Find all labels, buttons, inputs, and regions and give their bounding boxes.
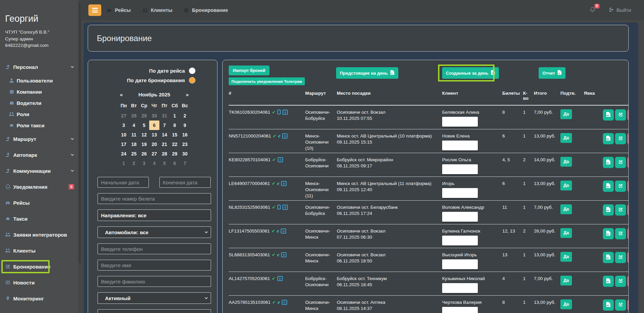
import-bookings-button[interactable]: Импорт броней [229,66,269,75]
sidebar-item-communications[interactable]: Коммуникации [0,163,78,179]
cars-select[interactable]: Автомобили: все [98,226,211,238]
client-phone-box[interactable] [442,212,478,222]
calendar-day[interactable]: 29 [139,111,149,121]
client-phone-box[interactable] [442,117,478,127]
delete-button[interactable] [627,133,629,144]
document-button[interactable]: w [603,252,614,263]
radio-booking-date[interactable] [189,77,195,84]
directions-select[interactable]: Направления: все [98,209,211,221]
calendar-day[interactable]: 30 [149,111,159,121]
calendar-day[interactable]: 5 [139,121,149,130]
confirmed-badge[interactable]: Да [560,228,572,238]
calendar-prev-button[interactable]: « [120,92,123,97]
payment-method-select[interactable]: Способ оплаты: Все [98,309,211,313]
delete-button[interactable] [627,299,629,311]
edit-button[interactable] [615,109,626,121]
scrollbar-thumb[interactable] [79,3,81,263]
calendar-day[interactable]: 3 [119,121,129,130]
calendar-day[interactable]: 1 [170,111,180,121]
confirmed-badge[interactable]: Да [560,204,572,214]
nav-item-clients[interactable]: Клиенты [142,7,172,13]
sidebar-item-roles[interactable]: Роли [0,109,78,120]
calendar-day[interactable]: 23 [180,140,190,149]
document-button[interactable]: w [603,109,614,121]
confirmed-badge[interactable]: Да [560,109,572,119]
calendar-day[interactable]: 6 [149,121,159,130]
calendar-day[interactable]: 19 [139,140,149,149]
calendar-day[interactable]: 20 [149,140,159,149]
calendar-day[interactable]: 29 [170,149,180,159]
sidebar-item-fleet[interactable]: Автопарк [0,147,78,163]
sidebar-item-personnel[interactable]: Персонал [0,59,78,75]
calendar-day[interactable]: 18 [129,140,139,149]
status-select[interactable]: Активный [98,292,211,304]
created-per-day-button[interactable]: Созданные за день x [442,67,499,79]
end-date-input[interactable] [159,177,211,188]
sidebar-item-route[interactable]: Маршрут [0,131,78,147]
calendar-day[interactable]: 3 [139,159,149,168]
delete-button[interactable] [627,252,629,263]
client-phone-box[interactable] [442,259,478,269]
delete-button[interactable] [627,204,629,216]
document-button[interactable]: w [603,181,614,192]
delete-button[interactable] [627,157,629,168]
delete-button[interactable] [627,109,629,121]
sidebar-item-users[interactable]: Пользователи [0,75,78,86]
confirmed-badge[interactable]: Да [560,252,572,262]
calendar-day[interactable]: 9 [180,121,190,130]
client-phone-box[interactable] [442,236,478,245]
calendar-day[interactable]: 31 [159,111,170,121]
telegram-notifications-button[interactable]: Подключить уведомления Телеграм [229,77,305,85]
document-button[interactable]: w [603,157,614,168]
calendar-day[interactable]: 21 [159,140,170,149]
edit-button[interactable] [615,157,626,168]
nav-item-bookings[interactable]: Бронирование [184,7,228,13]
calendar-day[interactable]: 11 [129,130,139,140]
calendar-day[interactable]: 8 [170,121,180,130]
sidebar-scrollbar[interactable] [78,0,81,313]
calendar-day[interactable]: 2 [129,159,139,168]
sidebar-item-companies[interactable]: Компании [0,86,78,97]
calendar-day[interactable]: 7 [180,159,190,168]
menu-toggle-button[interactable] [88,4,101,16]
calendar-next-button[interactable]: » [186,92,189,97]
delete-button[interactable] [627,228,629,239]
sidebar-item-flights[interactable]: Рейсы [0,195,78,211]
ticket-number-input[interactable] [98,193,211,204]
client-phone-box[interactable] [442,188,478,198]
document-button[interactable]: w [603,228,614,239]
calendar-day[interactable]: 28 [129,111,139,121]
sidebar-item-monitoring[interactable]: Мониторинг [0,291,78,307]
sidebar-item-news[interactable]: Новости [0,275,78,291]
calendar-day[interactable]: 27 [119,111,129,121]
phone-input[interactable] [98,243,211,254]
nav-item-flights[interactable]: Рейсы [106,7,131,13]
client-phone-box[interactable] [442,164,478,174]
client-phone-box[interactable] [442,141,478,150]
sidebar-item-bookings[interactable]: Бронирование [0,259,78,275]
edit-button[interactable] [615,181,626,192]
document-button[interactable]: w [603,276,614,287]
sidebar-item-taxi-roles[interactable]: Роли такси [0,120,78,131]
bell-icon[interactable]: 0 [590,7,595,14]
calendar-day[interactable]: 24 [119,149,129,159]
calendar-day[interactable]: 12 [139,130,149,140]
edit-button[interactable] [615,276,626,287]
sidebar-item-clients[interactable]: Клиенты [0,243,78,259]
sidebar-item-taxi[interactable]: Такси [0,211,78,227]
last-name-input[interactable] [98,276,211,287]
sidebar-item-integrator-requests[interactable]: Заявки интеграторов [0,227,78,243]
edit-button[interactable] [615,299,626,311]
edit-button[interactable] [615,228,626,239]
calendar-day[interactable]: 30 [180,149,190,159]
calendar-day[interactable]: 14 [159,130,170,140]
document-button[interactable]: w [603,204,614,216]
calendar-day[interactable]: 7 [159,121,170,130]
confirmed-badge[interactable]: Да [560,299,572,309]
sidebar-item-drivers[interactable]: Водители [0,97,78,109]
start-date-input[interactable] [98,177,149,188]
confirmed-badge[interactable]: Да [560,276,572,286]
calendar-day[interactable]: 25 [129,149,139,159]
report-button[interactable]: Отчет x [539,67,565,79]
confirmed-badge[interactable]: Да [560,157,572,167]
